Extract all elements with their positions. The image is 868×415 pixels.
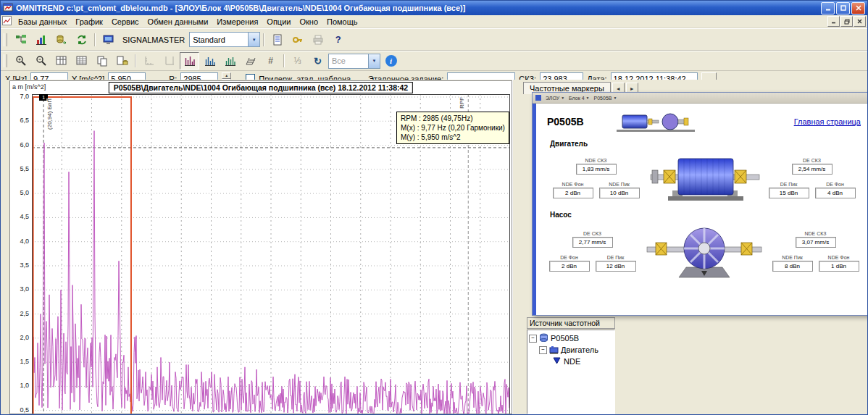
mdi-restore-button[interactable]	[840, 16, 853, 27]
menu-item-databases[interactable]: Базы данных	[14, 17, 71, 27]
motor-de-peak-value[interactable]: 15 dBn	[769, 188, 809, 198]
menu-item-graph[interactable]: График	[71, 17, 107, 27]
tree-node-label[interactable]: P0505B	[551, 334, 579, 343]
toolbar-separator	[263, 33, 264, 46]
chevron-down-icon: ▼	[586, 96, 590, 100]
overview-window-titlebar[interactable]: ЭЛОУ▼ Блок 4▼ P0505B▼	[533, 93, 868, 104]
rescan-button[interactable]: ↻	[308, 52, 327, 70]
breadcrumb-item[interactable]: Блок 4	[569, 96, 584, 101]
motor-de-floor-label: DE Фон	[815, 182, 856, 187]
menu-item-window[interactable]: Окно	[295, 17, 322, 27]
motor-section-title: Двигатель	[550, 140, 861, 148]
mdi-minimize-button[interactable]	[827, 16, 840, 27]
collapse-toggle-icon[interactable]: −	[539, 346, 547, 354]
y-axis-tick: 4,0	[10, 238, 29, 245]
zoom-out-button[interactable]	[31, 52, 51, 70]
tree-node-machine[interactable]: − P0505B	[529, 332, 613, 344]
scale-combobox[interactable]: Все ▼	[328, 54, 380, 69]
menu-item-measurements[interactable]: Измерения	[212, 17, 262, 27]
mdi-close-button[interactable]	[854, 16, 866, 27]
machine-overview-window: ЭЛОУ▼ Блок 4▼ P0505B▼ P0505B	[532, 92, 868, 316]
axes-button[interactable]	[139, 52, 159, 70]
zoom-in-button[interactable]	[11, 52, 30, 70]
machine-icon	[549, 345, 559, 356]
rpf-marker-label: RPF	[459, 97, 465, 109]
waterfall-view-button[interactable]	[241, 52, 260, 70]
grid-view-button[interactable]	[72, 52, 91, 70]
pump-de-peak-label: DE Пик	[596, 255, 636, 260]
minimize-button[interactable]	[821, 2, 835, 14]
spectrum-lines-button[interactable]	[200, 52, 220, 70]
tree-node-nde[interactable]: NDE	[529, 356, 613, 367]
spin-up-icon[interactable]: ▲	[222, 72, 231, 79]
motor-de-rms-value[interactable]: 2,54 mm/s	[792, 164, 832, 175]
refresh-button[interactable]	[72, 31, 91, 49]
y-axis-tick: 6,0	[10, 141, 29, 148]
app-icon	[3, 2, 13, 14]
toolbar-separator	[135, 54, 136, 67]
frequency-source-title: Источник частотной	[527, 317, 615, 329]
breadcrumb-item[interactable]: ЭЛОУ	[546, 96, 559, 101]
mdi-child-icon[interactable]	[2, 16, 12, 27]
report-button[interactable]	[267, 31, 287, 49]
y-axis-tick: 6,5	[10, 117, 29, 124]
pump-diagram	[643, 219, 766, 283]
y-axis-tick: 3,0	[10, 285, 29, 293]
pump-nde-peak-label: NDE Пик	[772, 255, 813, 260]
measurement-point-icon	[552, 356, 562, 366]
motor-nde-rms-value[interactable]: 1,83 mm/s	[576, 164, 617, 175]
breadcrumb-item[interactable]: P0505B	[594, 96, 612, 101]
grid-toggle-button[interactable]: #	[261, 52, 280, 70]
info-button[interactable]: i	[381, 52, 401, 70]
menu-item-service[interactable]: Сервис	[107, 17, 143, 27]
pump-de-floor-value[interactable]: 2 dBn	[549, 261, 590, 272]
chart-view-button[interactable]	[31, 31, 51, 49]
menu-item-options[interactable]: Опции	[262, 17, 295, 27]
pump-nde-peak-value[interactable]: 8 dBn	[772, 261, 813, 272]
y-axis-tick: 2,5	[10, 310, 29, 317]
tree-node-motor[interactable]: − Двигатель	[529, 344, 613, 356]
help-button[interactable]: ?	[328, 31, 348, 49]
copy-button[interactable]	[92, 52, 112, 70]
maximize-button[interactable]	[836, 2, 850, 14]
dual-axes-button[interactable]	[159, 52, 179, 70]
pump-nde-rms-value[interactable]: 3,07 mm/s	[796, 237, 836, 248]
chevron-down-icon[interactable]: ▼	[248, 33, 259, 46]
pump-de-rms-value[interactable]: 2,77 mm/s	[572, 237, 613, 248]
access-key-button[interactable]	[288, 31, 307, 49]
motor-diagram	[646, 148, 762, 208]
close-button[interactable]	[851, 2, 865, 14]
toolbar-separator	[94, 33, 96, 46]
device-button[interactable]	[99, 31, 118, 49]
pump-de-peak-value[interactable]: 12 dBn	[596, 261, 636, 272]
database-icon	[539, 333, 548, 344]
third-octave-button[interactable]: ⅓	[288, 52, 307, 70]
home-page-link[interactable]: Главная страница	[794, 117, 861, 126]
spectrum-envelope-button[interactable]	[220, 52, 240, 70]
chevron-down-icon[interactable]: ▼	[368, 54, 380, 68]
device-profile-combobox[interactable]: Standard ▼	[189, 32, 260, 47]
table-view-button[interactable]	[51, 52, 71, 70]
plot-area[interactable]: 1 (20,94) БпП RPF RPM : 2985 (49,75Hz) M…	[32, 94, 510, 414]
toolbar-grip[interactable]	[4, 33, 7, 46]
pump-nde-floor-value[interactable]: 1 dBn	[819, 261, 859, 272]
menu-item-data-exchange[interactable]: Обмен данными	[143, 17, 213, 27]
motor-de-rms-label: DE СКЗ	[792, 158, 832, 163]
menu-item-help[interactable]: Помощь	[322, 17, 362, 27]
collapse-toggle-icon[interactable]: −	[529, 335, 537, 343]
motor-de-floor-value[interactable]: 4 dBn	[815, 188, 856, 198]
y-axis-tick: 5,0	[10, 189, 29, 196]
database-structure-button[interactable]	[11, 31, 30, 49]
motor-nde-floor-value[interactable]: 2 dBn	[553, 188, 593, 198]
database-transfer-button[interactable]	[51, 31, 71, 49]
motor-nde-peak-value[interactable]: 10 dBn	[599, 188, 640, 198]
pump-de-rms-label: DE СКЗ	[572, 231, 613, 236]
toolbar-grip[interactable]	[4, 54, 7, 67]
spectrum-view-button[interactable]	[180, 52, 199, 70]
info-icon: i	[385, 55, 397, 67]
harmonic-marker-label: (20,94) БпП	[46, 98, 53, 130]
export-data-button[interactable]	[112, 52, 132, 70]
tree-node-label[interactable]: NDE	[564, 357, 580, 366]
tree-node-label[interactable]: Двигатель	[561, 345, 598, 354]
print-button[interactable]	[308, 31, 327, 49]
